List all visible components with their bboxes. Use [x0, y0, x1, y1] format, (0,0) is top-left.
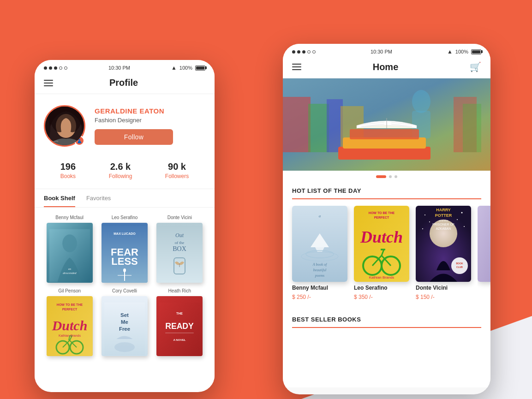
battery-percent: 100% — [179, 65, 192, 71]
svg-rect-45 — [338, 147, 430, 160]
tab-bookshelf[interactable]: Book Shelf — [44, 189, 75, 207]
book-author-3: Donte Vicini — [167, 215, 192, 220]
battery-icon — [195, 66, 205, 71]
book-cover-image-2: MAX LUCADO FEAR LESS — [102, 223, 148, 283]
svg-text:A NOVEL: A NOVEL — [173, 338, 186, 341]
hot-book-price-1: $ 250 /- — [292, 294, 347, 300]
hot-book-cover-2[interactable]: HOW TO BE THE PERFECT Dutch Kathian Bran… — [354, 206, 409, 282]
home-phone: 10:30 PM ▲ 100% Home 🛒 — [283, 44, 490, 394]
dot-r1 — [292, 50, 295, 54]
stats-row: 196 Books 2.6 k Following 90 k Followers — [35, 154, 215, 189]
book-item-1[interactable]: Benny Mcfaul as descended — [42, 215, 97, 283]
dot-r4 — [307, 50, 311, 54]
following-label: Following — [109, 173, 132, 179]
status-bar-left: 10:30 PM ▲ 100% — [35, 60, 215, 74]
svg-point-70 — [424, 214, 425, 215]
hot-book-cover-4[interactable] — [478, 206, 490, 282]
book-cover-4[interactable]: HOW TO BE THE PERFECT Dutch Kathian Bran… — [47, 296, 93, 356]
svg-text:beautiful: beautiful — [313, 268, 327, 272]
svg-point-71 — [461, 212, 463, 214]
dot-1 — [44, 66, 47, 70]
svg-text:PERFECT: PERFECT — [62, 308, 77, 311]
svg-text:POTTER: POTTER — [435, 213, 452, 218]
hot-book-4[interactable] — [478, 206, 490, 300]
svg-point-3 — [62, 234, 77, 252]
hot-book-title-1: Benny Mcfaul — [292, 285, 347, 291]
svg-point-74 — [429, 221, 430, 222]
hot-book-3[interactable]: HARRY POTTER and the PRISONER OF AZKABAN… — [416, 206, 471, 300]
svg-text:HOW TO BE THE: HOW TO BE THE — [369, 211, 395, 214]
wifi-icon-right: ▲ — [447, 48, 453, 55]
svg-rect-39 — [327, 99, 343, 152]
dot-r5 — [312, 50, 316, 54]
svg-point-73 — [464, 226, 465, 227]
profile-name: GERALDINE EATON — [95, 107, 205, 115]
hot-book-cover-3[interactable]: HARRY POTTER and the PRISONER OF AZKABAN… — [416, 206, 471, 282]
svg-rect-37 — [283, 97, 311, 152]
svg-text:HOW TO BE THE: HOW TO BE THE — [57, 303, 83, 306]
book-cover-6[interactable]: THE READY A NOVEL — [156, 296, 203, 356]
book-cover-image-4: HOW TO BE THE PERFECT Dutch Kathian Bran… — [47, 296, 93, 356]
svg-text:Dutch: Dutch — [360, 228, 403, 246]
book-cover-2[interactable]: MAX LUCADO FEAR LESS — [102, 223, 148, 283]
book-cover-image-1: as descended — [47, 223, 93, 283]
hot-book-2[interactable]: HOW TO BE THE PERFECT Dutch Kathian Bran… — [354, 206, 409, 300]
svg-text:MAX LUCADO: MAX LUCADO — [114, 232, 136, 235]
book-item-3[interactable]: Donte Vicini Out of the BOX — [152, 215, 207, 283]
svg-text:Free: Free — [119, 326, 130, 332]
books-label: Books — [60, 173, 76, 179]
dot-r3 — [302, 50, 305, 54]
followers-count: 90 k — [165, 161, 189, 172]
hot-list-scroll[interactable]: A book of beautiful poems a Benny Mcfaul… — [283, 206, 490, 308]
svg-point-11 — [123, 268, 126, 272]
svg-text:BOOK: BOOK — [456, 262, 463, 265]
book-item-2[interactable]: Leo Serafino MAX LUCADO FEAR LESS — [97, 215, 152, 283]
bookshelf-grid-row1: Benny Mcfaul as descended — [35, 208, 215, 283]
banner-dot-2[interactable] — [389, 175, 392, 178]
svg-text:a: a — [319, 214, 321, 218]
hot-book-price-2: $ 350 /- — [354, 294, 409, 300]
book-cover-5[interactable]: Set Me Free — [102, 296, 148, 356]
svg-text:A book of: A book of — [312, 262, 328, 267]
hot-book-cover-1[interactable]: A book of beautiful poems a — [292, 206, 347, 282]
cart-icon[interactable]: 🛒 — [470, 61, 481, 72]
book-item-4[interactable]: Gil Penson HOW TO BE THE PERFECT Dutch — [42, 288, 97, 356]
svg-text:PRISONER OF: PRISONER OF — [432, 223, 454, 226]
book-item-5[interactable]: Cory Covelli Set Me Free — [97, 288, 152, 356]
banner-dot-1[interactable] — [376, 175, 386, 178]
home-hamburger-menu[interactable] — [292, 64, 301, 70]
svg-text:Kathian Brands: Kathian Brands — [369, 275, 395, 280]
profile-job-title: Fashion Designer — [95, 117, 205, 124]
svg-point-43 — [412, 90, 430, 113]
home-nav-bar: Home 🛒 — [283, 58, 490, 78]
books-count: 196 — [60, 161, 76, 172]
hot-book-title-2: Leo Serafino — [354, 285, 409, 291]
profile-content: 👗 GERALDINE EATON Fashion Designer Follo… — [35, 94, 215, 385]
stat-following: 2.6 k Following — [109, 161, 132, 179]
banner-dot-3[interactable] — [395, 175, 397, 178]
svg-rect-38 — [308, 104, 329, 152]
book-cover-image-6: THE READY A NOVEL — [156, 296, 203, 356]
hero-banner — [283, 78, 490, 171]
svg-rect-42 — [463, 104, 481, 152]
book-cover-1[interactable]: as descended — [47, 223, 93, 283]
follow-button[interactable]: Follow — [95, 129, 173, 145]
hamburger-menu[interactable] — [44, 80, 53, 86]
book-item-6[interactable]: Heath Rich THE READY A NOVEL — [152, 288, 207, 356]
hot-book-1[interactable]: A book of beautiful poems a Benny Mcfaul… — [292, 206, 347, 300]
stat-followers: 90 k Followers — [165, 161, 189, 179]
book-cover-image-3: Out of the BOX — [156, 223, 203, 283]
hot-list-title: HOT LIST OF THE DAY — [292, 187, 361, 194]
svg-text:BOX: BOX — [173, 245, 187, 252]
bookshelf-grid-row2: Gil Penson HOW TO BE THE PERFECT Dutch — [35, 283, 215, 356]
book-author-5: Cory Covelli — [112, 288, 137, 293]
tab-favorites[interactable]: Favorites — [86, 189, 111, 207]
svg-text:THE: THE — [176, 312, 183, 315]
profile-nav-title: Profile — [109, 77, 138, 88]
svg-text:HARRY: HARRY — [436, 208, 451, 212]
avatar-circle — [44, 105, 85, 147]
best-seller-title: BEST SELLER BOOKS — [292, 316, 361, 323]
status-icons: ▲ 100% — [171, 65, 205, 71]
svg-text:poems: poems — [315, 274, 324, 278]
book-cover-3[interactable]: Out of the BOX — [156, 223, 203, 283]
